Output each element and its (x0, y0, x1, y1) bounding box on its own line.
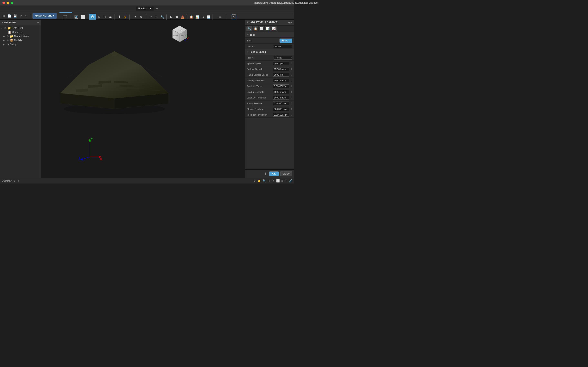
cancel-button[interactable]: Cancel (280, 171, 292, 176)
status-tool-orbit[interactable]: ↻ (253, 179, 256, 183)
panel-forward-icon[interactable]: ▶ (291, 21, 292, 24)
select-icon[interactable]: ↖ (231, 15, 236, 19)
actions-icon-3[interactable]: 📤 (180, 15, 185, 19)
tree-item-units[interactable]: ▶ 📋 Units: mm (0, 30, 41, 34)
feed-per-tooth-input[interactable] (273, 84, 289, 88)
panel-back-icon[interactable]: ◀ (288, 21, 290, 24)
maximize-button[interactable] (11, 2, 13, 4)
panel-tab-linking[interactable]: 📈 (271, 26, 277, 31)
main-content: ◀ BROWSER ◀ ▼ 👁 📁 CAM Root ▶ 📋 (0, 20, 294, 178)
tab-untitled[interactable]: Untitled* ✕ (136, 7, 154, 11)
cutting-feedrate-spinner[interactable]: ▲▼ (290, 79, 292, 82)
tool-select-button[interactable]: Select... (279, 39, 292, 43)
lead-out-feedrate-input[interactable] (273, 96, 289, 100)
status-tool-section[interactable]: ⧈ (281, 179, 283, 183)
3d-contour-icon[interactable]: ⬡ (102, 15, 107, 19)
undo-icon[interactable]: ↩ (18, 13, 23, 18)
status-tool-grid[interactable]: ⊞ (285, 179, 287, 183)
lead-out-feedrate-spinner[interactable]: ▲▼ (290, 96, 292, 99)
redo-icon[interactable]: ↪ (24, 13, 29, 18)
axes-svg: Y X Z (78, 136, 102, 161)
tree-item-camroot[interactable]: ▼ 👁 📁 CAM Root (0, 26, 41, 30)
tree-visibility-camroot[interactable]: 👁 (4, 27, 7, 30)
tree-visibility-namedviews[interactable]: 👁 (7, 35, 9, 38)
panel-tab-passes[interactable]: 📊 (265, 26, 270, 31)
tree-item-setups[interactable]: ▶ ⚙ Setups (0, 42, 41, 47)
tree-item-namedviews[interactable]: ▶ 👁 📁 Named Views (0, 34, 41, 38)
modify-icon-1[interactable]: ✂ (148, 15, 153, 19)
modify-icon-2[interactable]: ✁ (154, 15, 159, 19)
comments-expand-icon[interactable]: ◀ (17, 180, 19, 182)
3d-pocket-icon[interactable]: ◈ (96, 15, 102, 19)
tree-visibility-models[interactable]: 👁 (7, 39, 9, 42)
2d-contour-icon[interactable]: ⬜ (80, 15, 85, 19)
plunge-feedrate-input[interactable] (273, 107, 289, 111)
tree-icon-setups: ⚙ (7, 43, 9, 46)
coolant-select[interactable]: Flood Mist Air None (274, 45, 292, 48)
status-tool-display[interactable]: ⬜ (276, 179, 280, 183)
actions-icon-2[interactable]: ⏺ (174, 15, 179, 19)
browser-panel: ◀ BROWSER ◀ ▼ 👁 📁 CAM Root ▶ 📋 (0, 20, 41, 178)
surface-speed-spinner[interactable]: ▲▼ (290, 67, 292, 71)
3d-extra-icon[interactable]: ◉ (108, 15, 113, 19)
ramp-spindle-speed-input[interactable] (273, 73, 289, 77)
multiaxis-icon[interactable]: ✦ (133, 15, 138, 19)
browser-collapse-icon[interactable]: ◀ (37, 21, 39, 24)
spindle-speed-spinner[interactable]: ▲▼ (290, 62, 292, 65)
comments-label: COMMENTS (2, 180, 16, 182)
3d-adaptive-icon[interactable] (89, 14, 96, 20)
2d-pocket-icon[interactable]: G (73, 14, 80, 20)
status-tool-fit[interactable]: ⊡ (268, 179, 270, 183)
grid-icon[interactable]: ⊞ (1, 13, 6, 18)
panel-tab-geometry[interactable]: 📋 (252, 26, 258, 31)
status-tool-snap[interactable]: 🔗 (289, 179, 292, 183)
cutting-feedrate-input[interactable] (273, 79, 289, 82)
close-button[interactable] (2, 2, 5, 4)
feed-per-revolution-input[interactable] (273, 113, 289, 117)
actions-icon-1[interactable]: ▶ (169, 15, 173, 19)
viewport[interactable]: Y X Z (41, 20, 245, 178)
panel-title: ADAPTIVE : ADAPTIVE1 (250, 21, 278, 24)
preset-select[interactable]: Preset (274, 56, 292, 59)
manage-icon-4[interactable]: 📃 (206, 15, 211, 19)
tree-item-models[interactable]: ▶ 👁 📦 Models (0, 38, 41, 42)
feed-per-revolution-label: Feed per Revolution (247, 114, 267, 116)
lead-in-feedrate-spinner[interactable]: ▲▼ (290, 90, 292, 94)
ramp-feedrate-spinner[interactable]: ▲▼ (290, 102, 292, 105)
surface-speed-input[interactable] (273, 67, 289, 71)
manufacture-button[interactable]: MANUFACTURE ▾ (33, 13, 57, 19)
multiaxis-extra-icon[interactable]: ❋ (138, 15, 143, 19)
info-icon[interactable]: ℹ (263, 171, 268, 176)
lead-in-feedrate-input[interactable] (273, 90, 289, 94)
minimize-button[interactable] (7, 2, 9, 4)
new-tab-button[interactable]: + (156, 7, 158, 10)
inspect-icon-1[interactable]: ⬌ (217, 15, 222, 19)
file-icon[interactable]: 📄 (7, 13, 12, 18)
drill-extra-icon[interactable]: ⚡ (123, 15, 128, 19)
panel-tab-heights[interactable]: ⬜ (259, 26, 264, 31)
tool-section-header[interactable]: ▼ Tool (245, 32, 294, 38)
save-icon[interactable]: 💾 (13, 13, 17, 18)
manage-icon-3[interactable]: G (200, 15, 205, 19)
plunge-feedrate-spinner[interactable]: ▲▼ (290, 108, 292, 111)
tab-close-icon[interactable]: ✕ (150, 7, 151, 10)
panel-tab-tool[interactable]: 🔧 (246, 26, 252, 31)
manage-icon-2[interactable]: 📊 (195, 15, 199, 19)
status-tool-pan[interactable]: ✋ (258, 179, 261, 183)
spindle-speed-input[interactable] (273, 62, 289, 65)
manage-icon-1[interactable]: 📋 (189, 15, 194, 19)
modify-icon-3[interactable]: 🔧 (160, 15, 165, 19)
status-tool-view[interactable]: 👁 (272, 179, 275, 183)
feed-speed-section-header[interactable]: ▼ Feed & Speed (245, 49, 294, 55)
setup-icon[interactable] (62, 14, 68, 20)
browser-back-icon[interactable]: ◀ (2, 21, 3, 24)
ramp-spindle-speed-spinner[interactable]: ▲▼ (290, 73, 292, 76)
traffic-lights[interactable] (2, 2, 13, 4)
feed-per-revolution-spinner[interactable]: ▲▼ (290, 113, 292, 117)
ramp-feedrate-input[interactable] (273, 101, 289, 105)
drill-icon[interactable]: ⬇ (117, 15, 122, 19)
view-cube[interactable]: TOP RIGHT FRONT (169, 24, 190, 44)
status-tool-zoom[interactable]: 🔍 (263, 179, 266, 183)
feed-per-tooth-spinner[interactable]: ▲▼ (290, 85, 292, 88)
ok-button[interactable]: OK (269, 171, 278, 176)
